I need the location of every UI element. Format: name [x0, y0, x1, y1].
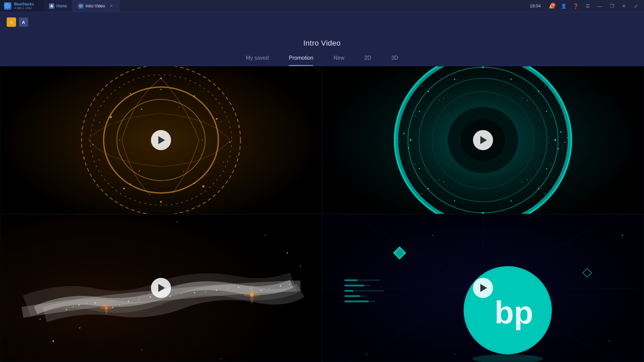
profile-button[interactable]: 👤: [558, 1, 569, 11]
app-logo-text: BlueStacks 4.280.1.1002: [14, 2, 34, 9]
svg-point-122: [205, 291, 206, 292]
video-cell-2[interactable]: [322, 66, 644, 214]
svg-point-68: [545, 193, 546, 194]
title-bar-left: BlueStacks 4.280.1.1002 Home Intro Video: [0, 0, 119, 12]
svg-point-110: [86, 303, 87, 304]
warning-icon[interactable]: ⚠: [7, 17, 16, 27]
svg-point-126: [249, 288, 250, 289]
svg-point-31: [160, 88, 162, 90]
svg-point-113: [112, 307, 114, 308]
svg-point-30: [183, 171, 184, 172]
svg-point-78: [511, 78, 512, 80]
svg-point-88: [521, 181, 522, 182]
play-button-1[interactable]: [151, 130, 171, 150]
title-bar: BlueStacks 4.280.1.1002 Home Intro Video: [0, 0, 644, 12]
svg-point-21: [82, 129, 83, 130]
svg-point-12: [202, 185, 205, 188]
svg-point-77: [454, 78, 455, 80]
svg-point-124: [227, 288, 228, 289]
play-button-2[interactable]: [473, 130, 493, 150]
svg-point-95: [286, 252, 288, 253]
main-area: ⚠ A Intro Video My saved Promotion New 2…: [0, 12, 644, 362]
svg-point-117: [150, 296, 151, 298]
svg-point-61: [415, 87, 416, 88]
a-icon[interactable]: A: [19, 17, 28, 27]
video-cell-4[interactable]: bp: [322, 214, 644, 362]
video-cell-1[interactable]: [0, 66, 322, 214]
svg-point-28: [202, 139, 203, 140]
svg-point-56: [482, 212, 484, 214]
tab-my-saved[interactable]: My saved: [246, 55, 269, 66]
svg-point-129: [280, 285, 281, 287]
tab-promotion[interactable]: Promotion: [289, 55, 313, 66]
home-tab-icon: [49, 3, 54, 9]
svg-point-11: [123, 188, 125, 189]
restore-button[interactable]: ❐: [606, 1, 617, 11]
svg-point-130: [289, 284, 290, 285]
svg-point-128: [269, 288, 270, 289]
play-button-3[interactable]: [151, 278, 171, 298]
svg-point-70: [415, 115, 416, 116]
home-tab-label: Home: [56, 4, 67, 8]
close-button[interactable]: ✕: [619, 1, 629, 11]
minimize-button[interactable]: —: [594, 1, 605, 11]
app-version: 4.280.1.1002: [14, 6, 34, 10]
svg-point-106: [250, 286, 254, 304]
svg-point-108: [73, 306, 74, 307]
svg-point-49: [560, 131, 561, 133]
svg-point-112: [104, 305, 105, 306]
notification-button[interactable]: 🔔 16: [546, 1, 557, 11]
svg-point-85: [438, 179, 439, 180]
svg-point-63: [545, 86, 546, 87]
help-button[interactable]: ❓: [570, 1, 581, 11]
play-button-4[interactable]: [473, 278, 493, 298]
svg-point-45: [399, 142, 400, 143]
svg-point-47: [395, 137, 396, 138]
svg-point-25: [141, 109, 142, 110]
svg-point-76: [550, 164, 551, 165]
svg-point-10: [216, 118, 217, 120]
app-name: BlueStacks: [14, 2, 34, 6]
svg-point-82: [443, 98, 444, 99]
svg-point-51: [558, 148, 559, 149]
svg-point-116: [139, 299, 140, 300]
expand-button[interactable]: ⤢: [631, 1, 641, 11]
svg-point-53: [482, 66, 484, 68]
svg-point-23: [84, 157, 85, 158]
svg-point-107: [66, 308, 67, 310]
svg-point-80: [511, 200, 512, 201]
close-tab-icon[interactable]: ✕: [109, 4, 114, 8]
menu-button[interactable]: ☰: [582, 1, 593, 11]
tab-3d[interactable]: 3D: [391, 55, 398, 66]
svg-point-43: [410, 139, 412, 141]
svg-point-69: [419, 111, 420, 112]
tab-home[interactable]: Home: [44, 0, 73, 12]
tab-new[interactable]: New: [333, 55, 344, 66]
svg-point-52: [567, 137, 568, 138]
tab-2d[interactable]: 2D: [364, 55, 371, 66]
intro-video-tab-icon: [78, 3, 84, 9]
svg-point-120: [181, 293, 182, 294]
svg-point-155: [366, 354, 367, 355]
video-grid: bp: [0, 66, 644, 362]
svg-point-19: [130, 183, 131, 185]
svg-point-29: [139, 170, 140, 172]
svg-point-127: [260, 290, 261, 291]
tab-intro-video[interactable]: Intro Video ✕: [73, 0, 119, 12]
svg-point-103: [105, 301, 108, 314]
video-cell-3[interactable]: [0, 214, 322, 362]
svg-point-115: [128, 301, 129, 302]
svg-marker-1: [7, 5, 9, 7]
svg-point-18: [194, 95, 195, 97]
svg-point-100: [221, 358, 222, 359]
svg-point-14: [229, 141, 230, 143]
title-bar-right: 18:04 🔔 16 👤 ❓ ☰ — ❐ ✕ ⤢: [526, 1, 644, 11]
svg-point-74: [415, 164, 416, 165]
svg-point-154: [622, 234, 623, 236]
svg-point-73: [419, 168, 420, 169]
svg-point-65: [428, 188, 429, 189]
svg-point-71: [546, 111, 547, 112]
svg-point-153: [608, 340, 610, 342]
intro-video-tab-label: Intro Video: [86, 4, 105, 8]
svg-point-119: [170, 295, 171, 297]
